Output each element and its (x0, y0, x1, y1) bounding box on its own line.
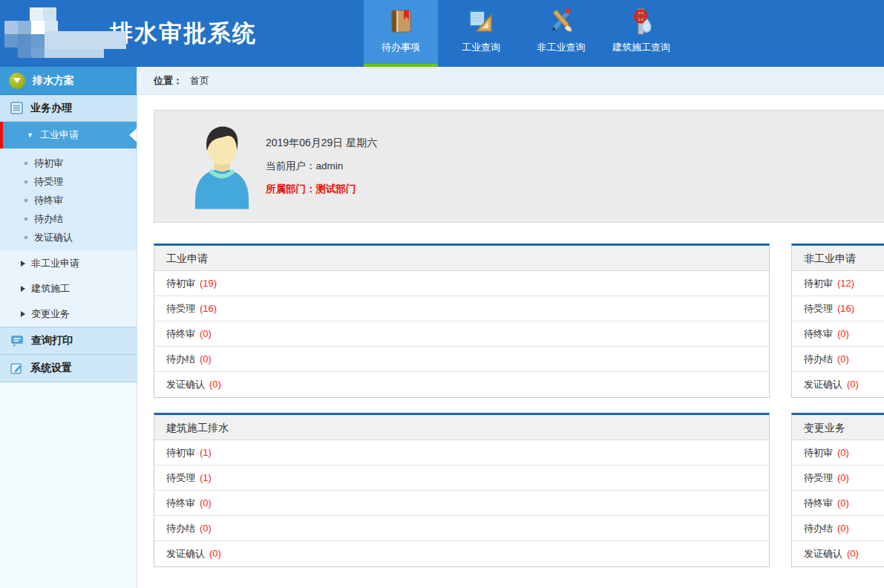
sidebar-item-non-industrial-application[interactable]: 非工业申请 (0, 251, 137, 276)
sidebar-collapsed-menus: 非工业申请 建筑施工 变更业务 (0, 251, 137, 327)
sidebar-section-label: 排水方案 (33, 74, 74, 88)
row-count: (12) (837, 278, 854, 289)
sidebar-item-system-settings[interactable]: 系统设置 (0, 354, 137, 382)
edit-icon (10, 362, 23, 375)
department-label: 所属部门： (266, 183, 316, 195)
panel-row[interactable]: 待受理(16) (792, 296, 884, 321)
sidebar-item-label: 工业申请 (40, 128, 79, 142)
row-label: 发证确认 (166, 379, 205, 390)
row-count: (16) (837, 303, 854, 314)
panel-title: 建筑施工排水 (154, 415, 769, 440)
breadcrumb: 位置：首页 (137, 67, 884, 95)
panel-row[interactable]: 待初审(19) (154, 271, 769, 296)
sidebar-item-query-print[interactable]: 查询打印 (0, 327, 137, 354)
panel-row[interactable]: 待初审(1) (154, 440, 769, 466)
sidebar-item-label: 系统设置 (30, 362, 72, 375)
row-count: (0) (200, 328, 212, 339)
row-label: 待办结 (804, 523, 833, 534)
panel-row[interactable]: 发证确认(0) (792, 541, 884, 566)
panel-row[interactable]: 待初审(0) (792, 440, 884, 466)
panel-row[interactable]: 待终审(0) (154, 491, 769, 516)
sidebar-item-pending-acceptance[interactable]: 待受理 (0, 172, 137, 191)
top-header: 排水审批系统 待办事项 (0, 0, 884, 67)
panel-row[interactable]: 待终审(0) (792, 321, 884, 347)
panel-title: 工业申请 (154, 246, 769, 271)
department-value: 测试部门 (316, 183, 356, 195)
panel-non-industrial: 非工业申请 待初审(12) 待受理(16) 待终审(0) 待办结(0) 发证确认… (791, 244, 884, 398)
row-label: 发证确认 (804, 379, 842, 390)
row-label: 待受理 (166, 303, 195, 314)
user-info-card: 2019年06月29日 星期六 当前用户：admin 所属部门：测试部门 (154, 110, 884, 223)
panel-row[interactable]: 待办结(0) (154, 516, 769, 541)
current-user-label: 当前用户： (266, 160, 316, 172)
user-info-text: 2019年06月29日 星期六 当前用户：admin 所属部门：测试部门 (266, 131, 377, 200)
row-label: 待终审 (166, 328, 195, 339)
tab-label: 非工业查询 (537, 41, 586, 54)
row-count: (0) (837, 472, 849, 483)
panel-row[interactable]: 待终审(0) (792, 491, 884, 516)
row-count: (0) (837, 523, 849, 534)
sidebar-item-change-business[interactable]: 变更业务 (0, 301, 137, 327)
sidebar-item-pending-first-review[interactable]: 待初审 (0, 154, 137, 172)
sidebar-item-certificate-confirmation[interactable]: 发证确认 (0, 228, 137, 246)
top-nav: 待办事项 工业查询 (364, 0, 678, 67)
book-icon (386, 7, 416, 36)
page-title: 排水审批系统 (110, 18, 257, 49)
tab-non-industrial-query[interactable]: 非工业查询 (524, 0, 598, 67)
panel-row[interactable]: 待终审(0) (154, 321, 769, 347)
tab-label: 工业查询 (462, 41, 500, 54)
panel-title: 变更业务 (792, 415, 884, 440)
row-count: (1) (200, 447, 212, 458)
tab-label: 待办事项 (382, 41, 420, 54)
row-label: 待受理 (166, 472, 195, 483)
sidebar-item-business-handling[interactable]: 业务办理 (0, 95, 137, 122)
chevron-down-circle-icon (9, 73, 25, 89)
row-count: (16) (200, 303, 217, 314)
row-count: (0) (837, 497, 849, 509)
panel-industrial: 工业申请 待初审(19) 待受理(16) 待终审(0) 待办结(0) 发证确认(… (154, 244, 770, 398)
ruler-icon (466, 7, 496, 36)
sidebar-section-drainage-plan[interactable]: 排水方案 (0, 67, 137, 95)
department-line: 所属部门：测试部门 (266, 177, 377, 200)
sidebar-item-construction[interactable]: 建筑施工 (0, 276, 137, 301)
current-user-line: 当前用户：admin (266, 154, 377, 177)
tab-industrial-query[interactable]: 工业查询 (444, 0, 518, 67)
panel-row[interactable]: 待受理(0) (792, 466, 884, 491)
row-label: 待终审 (804, 328, 833, 339)
sidebar-submenu: 待初审 待受理 待终审 待办结 发证确认 (0, 148, 137, 251)
row-label: 待初审 (166, 447, 195, 458)
panel-row[interactable]: 待办结(0) (154, 347, 769, 372)
row-label: 待办结 (166, 353, 195, 365)
breadcrumb-label: 位置： (154, 75, 183, 86)
row-count: (1) (200, 472, 212, 483)
panel-row[interactable]: 待初审(12) (792, 271, 884, 296)
row-count: (0) (837, 328, 849, 339)
row-count: (0) (209, 379, 221, 390)
chat-icon (10, 335, 24, 347)
sidebar: 排水方案 业务办理 工业申请 待初审 待受理 待终审 待办结 发证确认 非工业申… (0, 67, 137, 588)
sidebar-item-pending-final-review[interactable]: 待终审 (0, 191, 137, 209)
panel-row[interactable]: 发证确认(0) (154, 372, 769, 397)
panel-row[interactable]: 待办结(0) (792, 516, 884, 541)
main-content: 位置：首页 2019年06月29日 星期六 当前用户：admin 所属部门：测试… (137, 67, 884, 588)
pencil-brush-icon (546, 7, 576, 36)
tab-todo-items[interactable]: 待办事项 (364, 0, 438, 67)
panel-construction-drainage: 建筑施工排水 待初审(1) 待受理(1) 待终审(0) 待办结(0) 发证确认(… (154, 413, 770, 567)
tab-construction-query[interactable]: 建筑施工查询 (604, 0, 678, 67)
row-label: 待初审 (804, 447, 833, 458)
panel-row[interactable]: 待受理(1) (154, 466, 769, 491)
breadcrumb-home-link[interactable]: 首页 (190, 75, 209, 86)
panel-row[interactable]: 待受理(16) (154, 296, 769, 321)
drainage-approval-app: 排水审批系统 待办事项 (0, 0, 884, 588)
panel-row[interactable]: 发证确认(0) (154, 541, 769, 566)
row-label: 待受理 (804, 472, 833, 483)
row-label: 待终审 (166, 497, 195, 509)
panel-row[interactable]: 发证确认(0) (792, 372, 884, 397)
row-count: (0) (200, 523, 212, 534)
row-label: 发证确认 (166, 548, 205, 559)
row-count: (0) (209, 548, 221, 559)
sidebar-item-industrial-application[interactable]: 工业申请 (0, 122, 137, 148)
row-label: 待办结 (804, 353, 833, 365)
panel-row[interactable]: 待办结(0) (792, 347, 884, 372)
sidebar-item-pending-completion[interactable]: 待办结 (0, 209, 137, 228)
